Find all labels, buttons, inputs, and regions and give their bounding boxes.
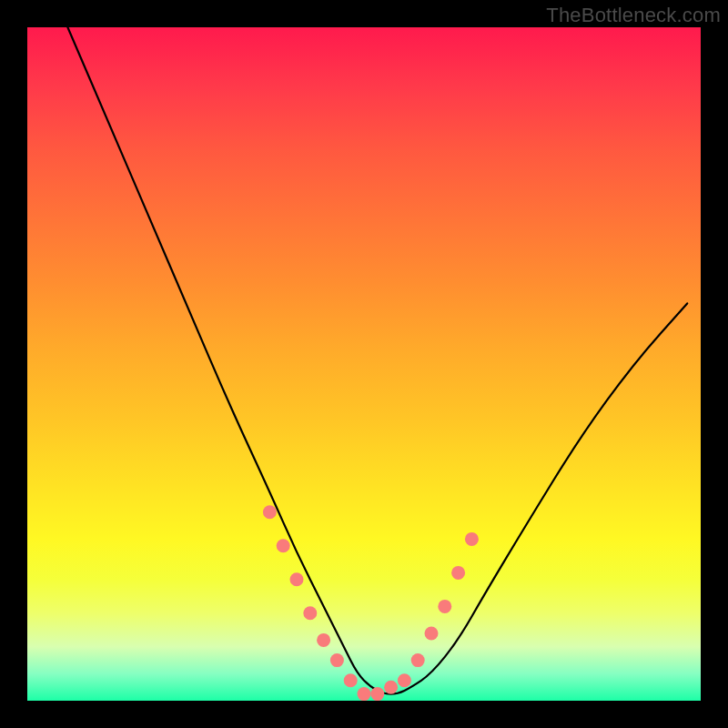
bottleneck-curve	[67, 27, 687, 694]
highlight-dot	[263, 505, 277, 519]
highlight-dot	[330, 653, 344, 667]
highlight-dot	[358, 687, 371, 701]
highlight-dot	[317, 633, 330, 647]
highlight-dot	[398, 673, 411, 687]
highlight-dot	[411, 653, 425, 667]
highlight-dot	[465, 532, 479, 546]
highlight-dot	[277, 539, 290, 552]
highlight-dot	[384, 681, 398, 694]
plot-area	[27, 27, 701, 701]
chart-frame: TheBottleneck.com	[0, 0, 728, 728]
curve-overlay	[27, 27, 701, 701]
watermark-text: TheBottleneck.com	[546, 4, 721, 27]
highlight-dot	[451, 566, 465, 580]
highlight-dot	[344, 673, 358, 687]
highlight-dot	[290, 572, 304, 586]
highlight-dot	[425, 627, 439, 641]
highlight-dot	[370, 687, 384, 701]
highlight-dots	[263, 505, 479, 701]
highlight-dot	[303, 606, 317, 620]
highlight-dot	[438, 600, 451, 613]
